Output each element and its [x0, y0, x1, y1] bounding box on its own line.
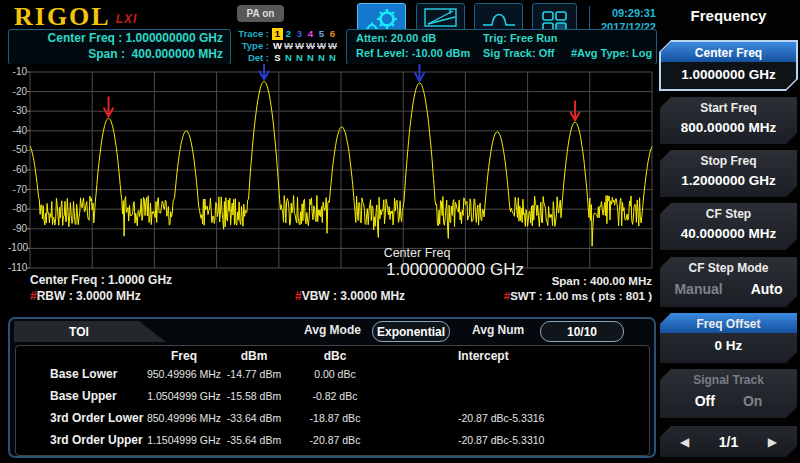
ref-level-readout: Ref Level: -10.00 dBm — [356, 47, 470, 59]
trace-5-selector[interactable]: 5 — [316, 28, 327, 40]
spectrum-plot: -10-20-30-40-50-60-70-80-90-100-110 Cent… — [8, 64, 656, 314]
swt-readout: #SWT : 1.00 ms ( pts : 801 ) — [504, 290, 652, 302]
option-auto[interactable]: Auto — [751, 281, 783, 297]
menu-item-value: 1.0000000 GHz — [661, 67, 796, 82]
pa-on-button[interactable]: PA on — [237, 5, 284, 22]
page-indicator: 1/1 — [719, 434, 738, 450]
analyzer-screen: RIGOLLXI PA on — [0, 0, 800, 463]
table-row-label: Base Upper — [50, 389, 117, 403]
menu-item-signal-track[interactable]: Signal Track Off On — [660, 369, 797, 418]
cell-dbm: -35.64 dBm — [209, 434, 299, 446]
avg-type-readout: #Avg Type: Log — [571, 47, 652, 59]
sidebar: Frequency Center Freq 1.0000000 GHz Star… — [657, 0, 800, 463]
avg-num-button[interactable]: 10/10 — [540, 321, 624, 342]
cell-dbc: -18.87 dBc — [290, 412, 380, 424]
trace-6-selector[interactable]: 6 — [327, 28, 338, 40]
vbw-readout: #VBW : 3.0000 MHz — [295, 289, 405, 303]
plot-center-freq-value: 1.000000000 GHz — [360, 260, 550, 280]
trace-1-selector[interactable]: 1 — [272, 28, 283, 40]
page-prev-icon[interactable]: ◀ — [680, 435, 689, 449]
cell-intercept: -20.87 dBc-5.3310 — [458, 434, 544, 446]
lxi-badge: LXI — [116, 12, 138, 26]
toi-tab[interactable]: TOI — [14, 321, 166, 342]
cell-dbm: -33.64 dBm — [209, 412, 299, 424]
option-manual[interactable]: Manual — [674, 281, 722, 297]
menu-item-value: 0 Hz — [660, 338, 797, 353]
menu-item-stop-freq[interactable]: Stop Freq 1.2000000 GHz — [660, 150, 797, 197]
table-row-label: 3rd Order Lower — [50, 411, 143, 425]
trig-readout: Trig: Free Run — [483, 32, 558, 44]
menu-item-label: CF Step Mode — [660, 257, 797, 275]
trace-row: Trace : 1 2 3 4 5 6 — [233, 28, 345, 40]
plot-cf-readout: Center Freq : 1.0000 GHz — [30, 273, 172, 287]
cell-dbm: -15.58 dBm — [209, 390, 299, 402]
detector-row: Det : S N N N N N — [233, 52, 345, 64]
trace-2-selector[interactable]: 2 — [283, 28, 294, 40]
table-row-label: 3rd Order Upper — [50, 433, 143, 447]
measurement-panel: TOI Avg Mode Exponential Avg Num 10/10 F… — [8, 317, 656, 458]
avg-mode-label: Avg Mode — [304, 323, 361, 337]
col-intercept: Intercept — [458, 349, 509, 363]
center-freq-readout: Center Freq : 1.000000000 GHz — [9, 30, 230, 46]
menu-page-nav[interactable]: ◀ 1/1 ▶ — [660, 426, 797, 457]
span-readout-plot: Span : 400.00 MHz — [552, 275, 652, 287]
rbw-readout: #RBW : 3.0000 MHz — [30, 289, 141, 303]
avg-mode-button[interactable]: Exponential — [372, 321, 450, 342]
cell-dbm: -14.77 dBm — [209, 368, 299, 380]
menu-title: Frequency — [657, 7, 800, 24]
page-next-icon[interactable]: ▶ — [768, 435, 777, 449]
menu-item-cf-step[interactable]: CF Step 40.000000 MHz — [660, 203, 797, 250]
amplitude-status-box: Atten: 20.00 dB Ref Level: -10.00 dBm Tr… — [346, 29, 657, 65]
trace-3-selector[interactable]: 3 — [294, 28, 305, 40]
time-value: 09:29:31 — [592, 6, 656, 20]
peak-marker-red — [104, 97, 113, 116]
cell-dbc: -0.82 dBc — [290, 390, 380, 402]
menu-item-label: Stop Freq — [660, 150, 797, 168]
peak-marker-red — [571, 101, 580, 120]
atten-readout: Atten: 20.00 dB — [356, 32, 436, 44]
sig-track-readout: Sig Track: Off — [483, 47, 555, 59]
cell-dbc: -20.87 dBc — [290, 434, 380, 446]
option-off[interactable]: Off — [695, 393, 715, 409]
menu-item-value: 800.00000 MHz — [660, 120, 797, 135]
rigol-logo: RIGOLLXI — [14, 2, 137, 32]
col-dbm: dBm — [209, 349, 299, 363]
table-row-label: Base Lower — [50, 367, 117, 381]
col-dbc: dBc — [290, 349, 380, 363]
plot-center-freq-label: Center Freq — [338, 246, 496, 260]
menu-item-value: 1.2000000 GHz — [660, 173, 797, 188]
freq-span-box: Center Freq : 1.000000000 GHz Span : 400… — [8, 29, 231, 65]
trace-status-box: Trace : 1 2 3 4 5 6 Type : W W W W W W D… — [233, 28, 345, 64]
menu-item-start-freq[interactable]: Start Freq 800.00000 MHz — [660, 97, 797, 144]
menu-item-label: CF Step — [660, 203, 797, 221]
menu-item-label: Center Freq — [661, 42, 796, 62]
toi-icon — [424, 8, 458, 28]
menu-item-cf-step-mode[interactable]: CF Step Mode Manual Auto — [660, 257, 797, 307]
menu-item-label: Signal Track — [660, 369, 797, 387]
span-readout: Span : 400.000000 MHz — [9, 46, 230, 62]
menu-item-freq-offset[interactable]: Freq Offset 0 Hz — [660, 313, 797, 363]
cell-dbc: 0.00 dBc — [290, 368, 380, 380]
trace-type-row: Type : W W W W W W — [233, 40, 345, 52]
gpsa-icon — [481, 8, 517, 28]
menu-item-label: Start Freq — [660, 97, 797, 115]
avg-num-label: Avg Num — [472, 323, 524, 337]
cell-intercept: -20.87 dBc-5.3316 — [458, 412, 544, 424]
menu-item-value: 40.000000 MHz — [660, 226, 797, 241]
trace-4-selector[interactable]: 4 — [305, 28, 316, 40]
option-on[interactable]: On — [743, 393, 762, 409]
menu-item-center-freq[interactable]: Center Freq 1.0000000 GHz — [659, 40, 798, 91]
menu-item-label: Freq Offset — [660, 313, 797, 333]
